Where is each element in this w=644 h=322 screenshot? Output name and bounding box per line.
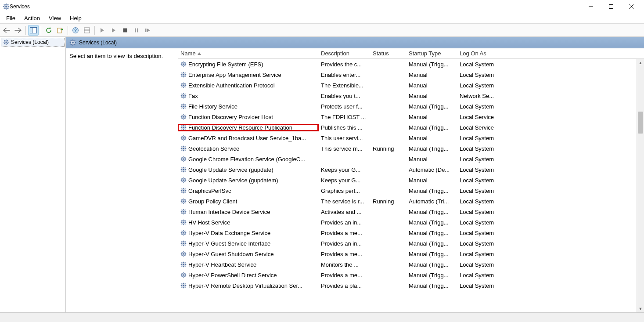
refresh-icon: [46, 27, 52, 33]
service-row[interactable]: Google Update Service (gupdate)Keeps you…: [178, 164, 644, 175]
maximize-button[interactable]: [601, 0, 621, 13]
start-service-alt-button[interactable]: [108, 25, 119, 36]
menu-view[interactable]: View: [44, 14, 65, 22]
status-bar: [0, 312, 644, 322]
service-logon: Local System: [457, 261, 518, 268]
help-icon: ?: [72, 27, 79, 33]
arrow-right-icon: [14, 28, 22, 33]
export-list-button[interactable]: [55, 25, 65, 36]
scroll-up-icon[interactable]: ▲: [637, 59, 644, 66]
menu-bar: File Action View Help: [0, 13, 644, 24]
service-startup: Manual (Trigg...: [406, 61, 457, 68]
service-row[interactable]: Hyper-V Guest Service InterfaceProvides …: [178, 238, 644, 249]
service-logon: Local System: [457, 282, 518, 289]
menu-file[interactable]: File: [2, 14, 20, 22]
restart-service-button[interactable]: [143, 25, 153, 36]
forward-button[interactable]: [13, 25, 23, 36]
service-row[interactable]: Hyper-V Heartbeat ServiceMonitors the ..…: [178, 259, 644, 270]
gear-icon: [180, 209, 187, 215]
vertical-scrollbar[interactable]: ▲ ▼: [637, 59, 644, 312]
content-header-title: Services (Local): [79, 40, 117, 46]
app-icon: [3, 3, 10, 10]
service-name: Google Chrome Elevation Service (GoogleC…: [188, 156, 305, 163]
service-logon: Local System: [457, 135, 518, 141]
arrow-left-icon: [3, 28, 10, 33]
service-startup: Manual (Trigg...: [406, 282, 457, 289]
service-description: Enables you t...: [318, 93, 370, 99]
column-startup[interactable]: Startup Type: [406, 48, 457, 58]
service-startup: Manual (Trigg...: [406, 272, 457, 279]
service-row[interactable]: Function Discovery Resource PublicationP…: [178, 122, 644, 133]
gear-icon: [180, 230, 187, 236]
column-name[interactable]: Name: [178, 48, 318, 58]
window-title: Services: [10, 4, 30, 10]
service-row[interactable]: Human Interface Device ServiceActivates …: [178, 206, 644, 217]
service-row[interactable]: Extensible Authentication ProtocolThe Ex…: [178, 80, 644, 90]
service-description: Provides a me...: [318, 230, 370, 236]
service-startup: Manual (Trigg...: [406, 209, 457, 215]
service-row[interactable]: GraphicsPerfSvcGraphics perf...Manual (T…: [178, 185, 644, 196]
service-row[interactable]: HV Host ServiceProvides an in...Manual (…: [178, 217, 644, 228]
menu-action[interactable]: Action: [20, 14, 44, 22]
service-row[interactable]: Hyper-V Data Exchange ServiceProvides a …: [178, 228, 644, 238]
sort-asc-icon: [198, 52, 201, 55]
gear-icon: [180, 272, 187, 278]
service-row[interactable]: Encrypting File System (EFS)Provides the…: [178, 59, 644, 69]
service-name: Enterprise App Management Service: [188, 72, 281, 78]
show-hide-tree-button[interactable]: [28, 25, 39, 36]
service-startup: Automatic (Tri...: [406, 198, 457, 205]
service-row[interactable]: Enterprise App Management ServiceEnables…: [178, 69, 644, 80]
service-row[interactable]: Hyper-V Guest Shutdown ServiceProvides a…: [178, 249, 644, 259]
refresh-button[interactable]: [43, 25, 54, 36]
service-name: Human Interface Device Service: [188, 209, 270, 215]
service-startup: Manual: [406, 156, 457, 163]
back-button[interactable]: [1, 25, 12, 36]
start-service-button[interactable]: [97, 25, 108, 36]
service-status: Running: [370, 145, 406, 152]
service-row[interactable]: Group Policy ClientThe service is r...Ru…: [178, 196, 644, 206]
svg-rect-16: [58, 28, 61, 33]
stop-service-button[interactable]: [120, 25, 130, 36]
column-description[interactable]: Description: [318, 48, 370, 58]
help-button[interactable]: ?: [70, 25, 81, 36]
service-row[interactable]: Hyper-V Remote Desktop Virtualization Se…: [178, 280, 644, 291]
service-row[interactable]: FaxEnables you t...ManualNetwork Se...: [178, 90, 644, 101]
service-startup: Manual: [406, 82, 457, 89]
tree-root-item[interactable]: Services (Local): [1, 38, 65, 47]
menu-help[interactable]: Help: [65, 14, 86, 22]
close-button[interactable]: [621, 0, 641, 13]
service-logon: Local System: [457, 230, 518, 236]
service-description: This service m...: [318, 145, 370, 152]
content-header: Services (Local): [66, 37, 644, 48]
service-row[interactable]: Google Update Service (gupdatem)Keeps yo…: [178, 175, 644, 185]
service-startup: Manual (Trigg...: [406, 230, 457, 236]
gear-icon: [180, 261, 187, 268]
toolbar: ?: [0, 24, 644, 37]
scroll-thumb[interactable]: [638, 112, 643, 134]
gear-icon: [180, 82, 187, 88]
service-row[interactable]: File History ServiceProtects user f...Ma…: [178, 101, 644, 112]
gear-icon: [180, 61, 187, 67]
service-startup: Manual: [406, 135, 457, 141]
scroll-down-icon[interactable]: ▼: [637, 305, 644, 312]
service-startup: Manual (Trigg...: [406, 124, 457, 131]
pause-service-button[interactable]: [131, 25, 142, 36]
minimize-button[interactable]: [581, 0, 601, 13]
service-logon: Local System: [457, 145, 518, 152]
service-row[interactable]: Hyper-V PowerShell Direct ServiceProvide…: [178, 270, 644, 280]
service-name: GraphicsPerfSvc: [188, 188, 231, 194]
export-icon: [57, 27, 63, 33]
service-name: Encrypting File System (EFS): [188, 61, 263, 68]
service-row[interactable]: GameDVR and Broadcast User Service_1ba..…: [178, 133, 644, 143]
properties-button[interactable]: [82, 25, 92, 36]
column-logon[interactable]: Log On As: [457, 48, 518, 58]
tree-root-label: Services (Local): [11, 39, 49, 45]
gear-icon: [180, 145, 187, 152]
service-row[interactable]: Google Chrome Elevation Service (GoogleC…: [178, 154, 644, 164]
service-startup: Manual (Trigg...: [406, 240, 457, 247]
service-name: Google Update Service (gupdatem): [188, 177, 278, 184]
service-row[interactable]: Geolocation ServiceThis service m...Runn…: [178, 143, 644, 154]
service-row[interactable]: Function Discovery Provider HostThe FDPH…: [178, 112, 644, 122]
service-logon: Local System: [457, 156, 518, 163]
column-status[interactable]: Status: [370, 48, 406, 58]
